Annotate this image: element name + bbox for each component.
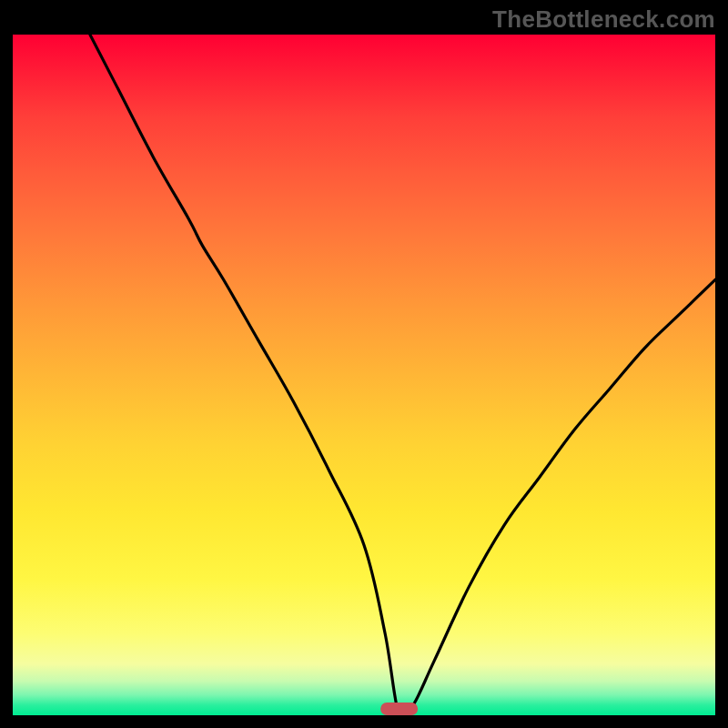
curve-svg [13,35,715,715]
optimal-marker [380,703,419,715]
watermark-text: TheBottleneck.com [492,5,715,34]
plot-area [13,35,715,715]
chart-frame: TheBottleneck.com [0,0,728,728]
bottleneck-curve [90,35,715,715]
